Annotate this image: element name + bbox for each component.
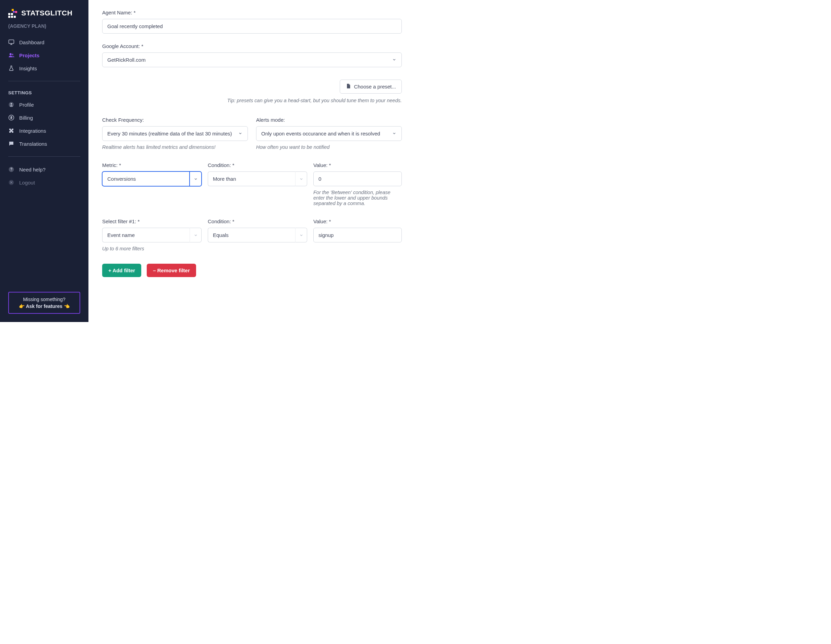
svg-point-4 <box>12 54 14 56</box>
logo: STATSGLITCH <box>0 8 88 21</box>
preset-tip: Tip: presets can give you a head-start, … <box>227 98 402 103</box>
alerts-mode-label: Alerts mode: <box>256 117 402 123</box>
filter1-condition-dropdown-button[interactable] <box>295 228 307 242</box>
metric-label: Metric: * <box>102 162 202 168</box>
check-frequency-label: Check Frequency: <box>102 117 248 123</box>
google-account-label: Google Account: * <box>102 43 402 49</box>
value-hint: For the 'Between' condition, please ente… <box>314 190 402 206</box>
sidebar-item-help[interactable]: Need help? <box>0 163 88 176</box>
choose-preset-label: Choose a preset... <box>354 84 396 89</box>
user-circle-icon <box>8 102 14 108</box>
agent-name-label: Agent Name: * <box>102 10 402 16</box>
sidebar-item-integrations[interactable]: Integrations <box>0 124 88 137</box>
svg-point-9 <box>11 171 12 171</box>
sidebar-item-label: Insights <box>19 65 37 71</box>
divider <box>8 81 80 81</box>
sidebar-item-label: Projects <box>19 53 40 58</box>
monitor-icon <box>8 39 14 45</box>
users-icon <box>8 52 14 58</box>
sidebar-item-logout[interactable]: Logout <box>0 176 88 189</box>
feature-box-line1: Missing something? <box>12 296 76 302</box>
logo-icon <box>8 8 18 18</box>
value-label: Value: * <box>314 162 402 168</box>
filter1-value-display[interactable]: Event name <box>102 228 189 242</box>
filter1-dropdown-button[interactable] <box>189 228 202 242</box>
sidebar-item-insights[interactable]: Insights <box>0 62 88 75</box>
filter1-value-input[interactable] <box>314 228 402 242</box>
sidebar-item-label: Dashboard <box>19 40 44 45</box>
sidebar: STATSGLITCH (AGENCY PLAN) Dashboard Proj… <box>0 0 88 322</box>
sidebar-item-profile[interactable]: Profile <box>0 98 88 111</box>
sidebar-item-billing[interactable]: Billing <box>0 111 88 124</box>
dollar-circle-icon <box>8 115 14 121</box>
plan-label: (AGENCY PLAN) <box>0 21 88 36</box>
filter1-condition-label: Condition: * <box>208 218 307 224</box>
feature-request-box[interactable]: Missing something? 👉 Ask for features 👈 <box>8 292 80 314</box>
svg-point-3 <box>10 53 12 55</box>
flask-icon <box>8 65 14 71</box>
condition-label: Condition: * <box>208 162 307 168</box>
alerts-mode-select[interactable]: Only upon events occurance and when it i… <box>256 126 402 141</box>
metric-dropdown-button[interactable] <box>189 171 202 186</box>
condition-dropdown-button[interactable] <box>295 171 307 186</box>
sidebar-item-label: Profile <box>19 102 34 108</box>
check-frequency-select[interactable]: Every 30 minutes (realtime data of the l… <box>102 126 248 141</box>
google-account-select[interactable]: GetRickRoll.com <box>102 53 402 67</box>
agent-name-input[interactable] <box>102 19 402 33</box>
alerts-mode-hint: How often you want to be notified <box>256 144 402 150</box>
brand-name: STATSGLITCH <box>21 9 72 17</box>
filter-hint: Up to 6 more filters <box>102 246 202 251</box>
sidebar-item-label: Logout <box>19 180 35 185</box>
check-frequency-hint: Realtime alerts has limited metrics and … <box>102 144 248 150</box>
sidebar-item-label: Integrations <box>19 128 46 134</box>
remove-filter-button[interactable]: – Remove filter <box>147 264 196 277</box>
help-circle-icon <box>8 166 14 172</box>
add-filter-button[interactable]: + Add filter <box>102 264 141 277</box>
sidebar-item-label: Need help? <box>19 167 46 172</box>
value-input[interactable] <box>314 171 402 186</box>
svg-rect-0 <box>9 40 14 43</box>
feature-box-line2: 👉 Ask for features 👈 <box>12 303 76 309</box>
svg-point-6 <box>11 103 12 105</box>
choose-preset-button[interactable]: Choose a preset... <box>340 80 402 94</box>
filter1-label: Select filter #1: * <box>102 218 202 224</box>
filter1-select[interactable]: Event name <box>102 228 202 242</box>
sidebar-item-projects[interactable]: Projects <box>0 49 88 62</box>
filter1-condition-select[interactable]: Equals <box>208 228 307 242</box>
puzzle-icon <box>8 128 14 134</box>
divider <box>8 156 80 157</box>
filter1-value-label: Value: * <box>314 218 402 224</box>
sidebar-item-translations[interactable]: Translations <box>0 137 88 150</box>
sidebar-item-label: Translations <box>19 141 47 147</box>
metric-input[interactable] <box>102 171 189 186</box>
sidebar-item-dashboard[interactable]: Dashboard <box>0 36 88 49</box>
document-icon <box>345 83 351 90</box>
settings-title: SETTINGS <box>0 88 88 98</box>
metric-select[interactable] <box>102 171 202 186</box>
filter1-condition-display[interactable]: Equals <box>208 228 295 242</box>
close-circle-icon <box>8 179 14 185</box>
chat-icon <box>8 140 14 147</box>
condition-value[interactable]: More than <box>208 171 295 186</box>
condition-select[interactable]: More than <box>208 171 307 186</box>
main-content: Agent Name: * Google Account: * GetRickR… <box>88 0 416 322</box>
sidebar-item-label: Billing <box>19 115 33 121</box>
